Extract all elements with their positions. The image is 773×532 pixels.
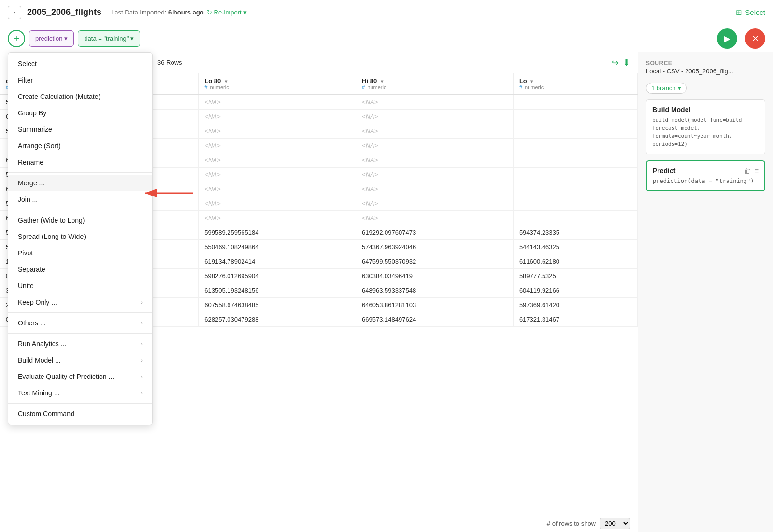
menu-item-others----[interactable]: Others ...› (8, 315, 152, 331)
right-panel: Source Local - CSV - 2005_2006_flig... 1… (638, 52, 773, 532)
table-cell: <NA> (199, 95, 356, 110)
table-cell: <NA> (356, 153, 514, 168)
menu-item-select[interactable]: Select (8, 56, 152, 72)
menu-item-keep-only----[interactable]: Keep Only ...› (8, 294, 152, 310)
filter-pill[interactable]: data = "training" ▾ (78, 30, 140, 47)
table-cell: 611600.62180 (513, 254, 637, 269)
menu-icon[interactable]: ≡ (755, 167, 759, 175)
table-cell: 550469.108249864 (199, 240, 356, 254)
table-cell: <NA> (199, 153, 356, 168)
table-cell: <NA> (356, 211, 514, 225)
menu-item-summarize[interactable]: Summarize (8, 121, 152, 138)
run-button[interactable]: ▶ (717, 28, 737, 49)
menu-item-pivot[interactable]: Pivot (8, 245, 152, 261)
chevron-down-icon: ▾ (243, 9, 247, 16)
select-button[interactable]: ⊞ Select (736, 8, 765, 17)
col-header-hi-80[interactable]: Hi 80 ▾ # numeric (356, 73, 514, 95)
col-header-lo[interactable]: Lo ▾ # numeric (513, 73, 637, 95)
menu-item-join----[interactable]: Join ... (8, 191, 152, 208)
chevron-down-icon: ▾ (64, 35, 68, 42)
table-cell: <NA> (356, 124, 514, 139)
menu-item-evaluate-quality-of-prediction----[interactable]: Evaluate Quality of Prediction ...› (8, 368, 152, 385)
predict-header: Predict 🗑 ≡ (653, 167, 759, 175)
menu-item-spread-(long-to-wide)[interactable]: Spread (Long to Wide) (8, 228, 152, 245)
table-cell: 619292.097607473 (356, 225, 514, 240)
menu-divider (8, 333, 152, 334)
table-bottom: # of rows to show 200 500 1000 (0, 515, 638, 532)
toolbar-row: + prediction ▾ data = "training" ▾ ▶ ✕ (0, 25, 773, 52)
table-cell: <NA> (199, 196, 356, 211)
predict-section: Predict 🗑 ≡ prediction(data = "training"… (646, 160, 765, 191)
menu-item-text-mining----[interactable]: Text Mining ...› (8, 385, 152, 401)
download-icon[interactable]: ⬇ (623, 57, 630, 68)
table-cell (513, 124, 637, 139)
chevron-down-icon: ▾ (130, 35, 134, 42)
menu-item-separate[interactable]: Separate (8, 261, 152, 278)
menu-divider (8, 312, 152, 313)
table-cell: 594374.23335 (513, 225, 637, 240)
menu-item-rename[interactable]: Rename (8, 154, 152, 170)
table-cell (513, 211, 637, 225)
table-cell (513, 168, 637, 182)
table-cell (513, 110, 637, 124)
back-button[interactable]: ‹ (8, 6, 21, 19)
table-cell: 669573.148497624 (356, 312, 514, 327)
table-cell (513, 139, 637, 153)
col-header-lo-80[interactable]: Lo 80 ▾ # numeric (199, 73, 356, 95)
menu-divider (8, 172, 152, 173)
add-step-button[interactable]: + (8, 30, 25, 47)
chevron-down-icon: ▾ (678, 84, 681, 92)
table-cell (513, 153, 637, 168)
predict-icons: 🗑 ≡ (744, 167, 759, 175)
table-cell (513, 196, 637, 211)
rows-to-show-select[interactable]: 200 500 1000 (600, 518, 630, 529)
table-cell: 619134.78902414 (199, 254, 356, 269)
table-cell: 597369.61420 (513, 298, 637, 312)
table-cell: 630384.03496419 (356, 269, 514, 283)
table-cell: 598276.012695904 (199, 269, 356, 283)
table-cell (513, 95, 637, 110)
reimport-button[interactable]: ↻ Re-import ▾ (207, 9, 247, 16)
table-cell: 646053.861281103 (356, 298, 514, 312)
table-cell: 648963.593337548 (356, 283, 514, 298)
table-cell: 574367.963924046 (356, 240, 514, 254)
prediction-pill[interactable]: prediction ▾ (29, 30, 74, 47)
table-cell: <NA> (356, 110, 514, 124)
table-cell: 599589.259565184 (199, 225, 356, 240)
table-cell (513, 182, 637, 196)
menu-item-custom-command[interactable]: Custom Command (8, 406, 152, 422)
table-cell: 604119.92166 (513, 283, 637, 298)
last-imported-label: Last Data Imported: 6 hours ago (111, 9, 203, 16)
menu-item-unite[interactable]: Unite (8, 278, 152, 294)
table-cell: <NA> (199, 139, 356, 153)
table-cell: 628257.030479288 (199, 312, 356, 327)
table-cell: <NA> (199, 168, 356, 182)
table-cell: 613505.193248156 (199, 283, 356, 298)
table-cell: <NA> (199, 110, 356, 124)
dataset-title: 2005_2006_flights (27, 7, 101, 17)
menu-item-merge----[interactable]: Merge ... (8, 175, 152, 191)
menu-item-arrange-(sort)[interactable]: Arrange (Sort) (8, 138, 152, 154)
table-cell: 617321.31467 (513, 312, 637, 327)
table-cell: 607558.674638485 (199, 298, 356, 312)
menu-item-create-calculation-(mutate)[interactable]: Create Calculation (Mutate) (8, 88, 152, 105)
grid-icon: ⊞ (736, 8, 742, 17)
menu-item-group-by[interactable]: Group By (8, 105, 152, 121)
branch-button[interactable]: 1 branch ▾ (646, 83, 687, 94)
table-cell: <NA> (356, 182, 514, 196)
stop-button[interactable]: ✕ (745, 28, 765, 49)
table-cell: <NA> (199, 124, 356, 139)
table-cell: <NA> (199, 211, 356, 225)
table-cell: <NA> (199, 182, 356, 196)
table-cell: 544143.46325 (513, 240, 637, 254)
delete-icon[interactable]: 🗑 (744, 167, 751, 175)
menu-item-gather-(wide-to-long)[interactable]: Gather (Wide to Long) (8, 212, 152, 228)
menu-divider (8, 210, 152, 210)
menu-item-filter[interactable]: Filter (8, 72, 152, 88)
table-cell: <NA> (356, 168, 514, 182)
source-section: Source Local - CSV - 2005_2006_flig... (646, 60, 765, 75)
share-icon[interactable]: ↪ (612, 57, 619, 68)
menu-item-run-analytics----[interactable]: Run Analytics ...› (8, 336, 152, 352)
dropdown-menu: SelectFilterCreate Calculation (Mutate)G… (8, 52, 153, 425)
menu-item-build-model----[interactable]: Build Model ...› (8, 352, 152, 368)
